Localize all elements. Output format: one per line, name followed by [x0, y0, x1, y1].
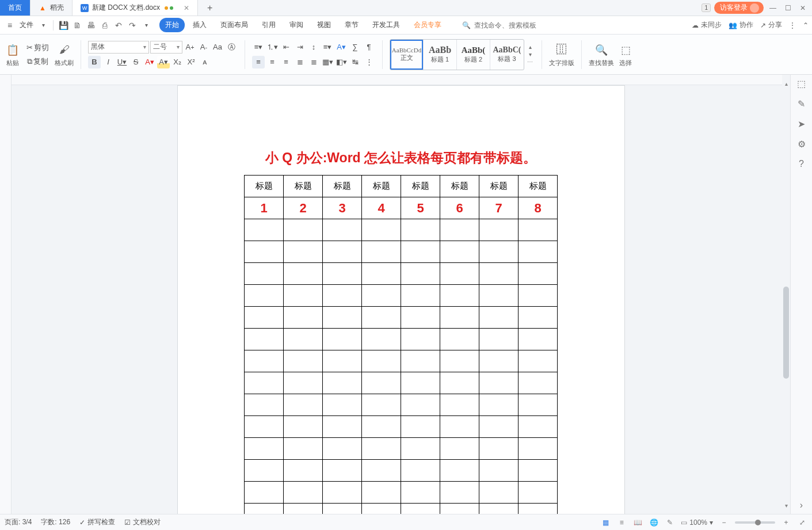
table-cell[interactable] [519, 263, 558, 285]
table-cell[interactable] [323, 394, 362, 416]
table-cell[interactable] [440, 241, 479, 263]
table-cell[interactable] [362, 482, 401, 504]
tabs-button[interactable]: ↹ [349, 56, 361, 68]
proofing-status[interactable]: ☑文档校对 [124, 517, 161, 527]
superscript-button[interactable]: X² [185, 56, 197, 68]
font-size-dropdown[interactable]: 二号▾ [150, 41, 182, 54]
new-tab-button[interactable]: + [198, 0, 222, 16]
style-h3[interactable]: AaBbC(标题 3 [490, 40, 524, 70]
tab-layout[interactable]: 页面布局 [215, 18, 254, 32]
print-preview-icon[interactable]: ⎙ [98, 19, 111, 32]
tab-dev[interactable]: 开发工具 [367, 18, 406, 32]
bullets-button[interactable]: ≡▾ [252, 41, 265, 54]
table-cell[interactable] [479, 241, 519, 263]
table-cell[interactable] [519, 372, 558, 394]
table-cell[interactable] [440, 285, 479, 307]
table-cell[interactable] [440, 460, 479, 482]
undo-icon[interactable]: ↶ [112, 19, 125, 32]
style-h2[interactable]: AaBb(标题 2 [457, 40, 490, 70]
window-close-button[interactable]: ✕ [797, 2, 809, 14]
ruler-vertical[interactable] [0, 75, 12, 514]
table-cell[interactable] [245, 482, 284, 504]
scroll-thumb[interactable] [783, 287, 789, 379]
table-cell[interactable] [479, 460, 519, 482]
table-cell[interactable] [362, 460, 401, 482]
settings-icon[interactable]: ⚙ [798, 139, 806, 150]
show-marks-button[interactable]: ¶ [363, 41, 375, 54]
word-count[interactable]: 字数: 126 [41, 517, 70, 527]
strike-button[interactable]: S [129, 56, 142, 68]
window-count-badge[interactable]: 1 [702, 3, 711, 12]
table-cell[interactable] [245, 241, 284, 263]
table-cell[interactable] [440, 416, 479, 438]
table-cell[interactable] [323, 416, 362, 438]
fullscreen-icon[interactable]: ⤢ [797, 517, 807, 528]
table-cell[interactable] [245, 307, 284, 329]
collapse-ribbon-icon[interactable]: ⌃ [803, 21, 809, 29]
window-max-button[interactable]: ☐ [782, 2, 794, 14]
clear-format-button[interactable]: Ⓐ [225, 41, 238, 54]
grow-font-button[interactable]: A+ [184, 41, 196, 54]
table-cell[interactable] [323, 263, 362, 285]
table-cell[interactable] [519, 460, 558, 482]
view-focus-icon[interactable]: ✎ [665, 517, 675, 528]
styles-more[interactable]: ▴▾⋯ [525, 44, 535, 65]
scroll-up-icon[interactable]: ▴ [782, 79, 790, 87]
guest-login-button[interactable]: 访客登录 [714, 2, 764, 14]
table-cell[interactable] [284, 504, 323, 514]
table-cell[interactable] [323, 329, 362, 350]
table-cell[interactable] [479, 394, 519, 416]
table-cell[interactable] [401, 219, 440, 241]
table-cell[interactable] [323, 438, 362, 460]
table-cell[interactable] [440, 219, 479, 241]
table-cell[interactable] [479, 438, 519, 460]
formula-button[interactable]: ∑ [349, 41, 361, 54]
sync-status[interactable]: ☁未同步 [692, 20, 722, 30]
save-as-icon[interactable]: 🗎 [71, 19, 83, 32]
indent-inc-button[interactable]: ⇥ [293, 41, 306, 54]
table-cell[interactable] [479, 285, 519, 307]
close-tab-icon[interactable]: ✕ [184, 4, 189, 12]
table-cell[interactable] [479, 263, 519, 285]
table-cell[interactable] [519, 416, 558, 438]
underline-button[interactable]: U▾ [116, 56, 128, 68]
table-cell[interactable] [440, 329, 479, 350]
text-layout-button[interactable]: ⿲文字排版 [549, 42, 574, 67]
table-cell[interactable] [245, 504, 284, 514]
table-cell[interactable] [284, 219, 323, 241]
spellcheck-status[interactable]: ✓拼写检查 [79, 517, 115, 527]
format-painter[interactable]: 🖌 格式刷 [55, 42, 74, 67]
more-menu[interactable]: ⋮ [789, 21, 796, 29]
table-cell[interactable] [401, 372, 440, 394]
font-name-dropdown[interactable]: 黑体▾ [88, 41, 149, 54]
table-cell[interactable] [323, 460, 362, 482]
indent-dec-button[interactable]: ⇤ [280, 41, 292, 54]
ruler-horizontal[interactable] [12, 75, 782, 85]
highlight-button[interactable]: A▾ [157, 56, 170, 68]
tab-start[interactable]: 开始 [159, 18, 185, 32]
table-cell[interactable] [519, 241, 558, 263]
cut-button[interactable]: ✂ 剪切 [24, 41, 51, 54]
table-cell[interactable] [245, 350, 284, 372]
find-replace-button[interactable]: 🔍查找替换 [589, 42, 614, 67]
table-cell[interactable] [245, 416, 284, 438]
select-button[interactable]: ⬚选择 [617, 42, 634, 67]
tab-member[interactable]: 会员专享 [408, 18, 447, 32]
align-center-button[interactable]: ≡ [266, 56, 279, 68]
table-cell[interactable] [440, 372, 479, 394]
table-cell[interactable] [245, 372, 284, 394]
table-cell[interactable] [519, 329, 558, 350]
table-cell[interactable] [323, 372, 362, 394]
table-cell[interactable] [284, 241, 323, 263]
shading-button[interactable]: A▾ [335, 41, 348, 54]
table-cell[interactable] [440, 307, 479, 329]
table-cell[interactable] [323, 350, 362, 372]
table-cell[interactable] [401, 416, 440, 438]
table-cell[interactable] [284, 438, 323, 460]
cursor-icon[interactable]: ➤ [798, 119, 805, 129]
table-cell[interactable] [440, 394, 479, 416]
para-settings-button[interactable]: ⋮ [363, 56, 375, 68]
table-cell[interactable] [284, 263, 323, 285]
print-icon[interactable]: 🖶 [85, 19, 97, 32]
style-normal[interactable]: AaBbCcDd正文 [390, 40, 424, 70]
